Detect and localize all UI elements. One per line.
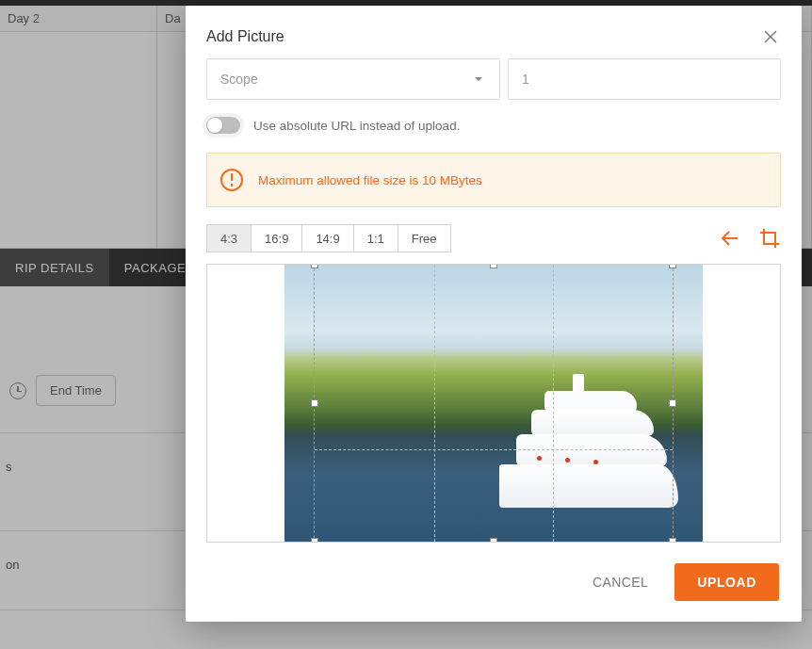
scope-select[interactable]: Scope [206,58,500,100]
arrow-left-icon [719,227,741,250]
crop-handle[interactable] [311,264,318,268]
warning-icon [220,169,243,191]
order-input[interactable]: 1 [508,58,781,100]
order-value: 1 [522,72,529,87]
preview-image [284,265,703,542]
ratio-14-9[interactable]: 14:9 [301,224,353,252]
ratio-16-9[interactable]: 16:9 [251,224,302,252]
upload-button[interactable]: UPLOAD [674,563,779,601]
svg-rect-3 [231,184,233,187]
toggle-label: Use absolute URL instead of upload. [253,119,460,133]
crop-handle[interactable] [669,264,676,268]
ratio-4-3[interactable]: 4:3 [206,224,252,252]
absolute-url-toggle[interactable] [206,117,240,134]
ratio-1-1[interactable]: 1:1 [353,224,398,252]
crop-handle[interactable] [311,399,318,407]
filesize-alert: Maximum allowed file size is 10 MBytes [206,153,781,207]
scope-placeholder: Scope [220,72,258,87]
close-icon [762,28,779,45]
crop-handle[interactable] [669,399,676,407]
alert-text: Maximum allowed file size is 10 MBytes [258,173,482,187]
close-button[interactable] [760,26,781,47]
modal-title: Add Picture [206,28,284,45]
cancel-button[interactable]: CANCEL [574,563,667,601]
crop-handle[interactable] [669,538,676,543]
crop-handle[interactable] [311,538,318,543]
image-preview[interactable] [206,264,781,543]
crop-button[interactable] [758,227,781,250]
undo-button[interactable] [719,227,741,250]
aspect-ratio-group: 4:3 16:9 14:9 1:1 Free [206,224,451,252]
crop-handle[interactable] [490,538,497,543]
ratio-free[interactable]: Free [398,224,451,252]
crop-box[interactable] [315,265,673,542]
add-picture-modal: Add Picture Scope 1 Use absolute URL ins… [186,6,802,622]
crop-icon [758,227,781,250]
crop-handle[interactable] [490,264,497,268]
chevron-down-icon [471,72,486,87]
svg-rect-2 [231,173,233,181]
